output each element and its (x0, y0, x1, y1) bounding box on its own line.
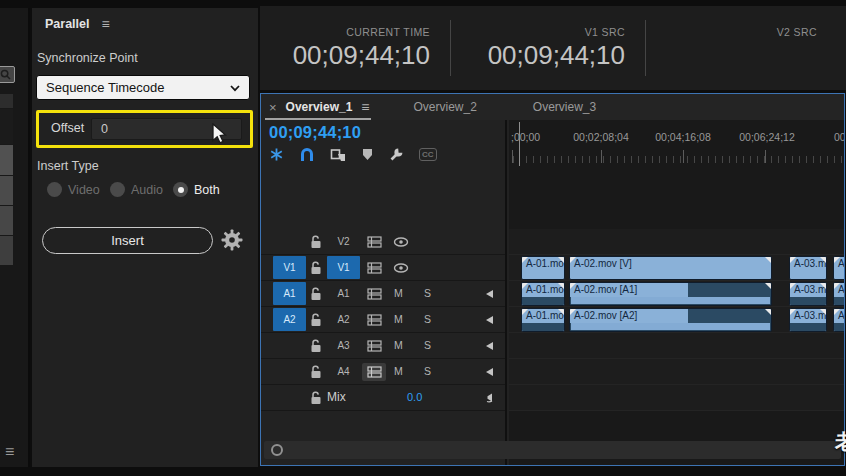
list-item[interactable] (0, 206, 13, 235)
clip[interactable]: A- (833, 282, 845, 306)
panel-menu-icon[interactable]: ≡ (5, 445, 14, 459)
track-name[interactable]: V2 (327, 230, 360, 253)
sync-lock-icon[interactable] (362, 311, 386, 329)
clip[interactable]: A-01.mo (521, 308, 565, 332)
clip-label: A-03.m (790, 283, 827, 295)
lock-icon[interactable] (310, 365, 322, 379)
source-patch-a2[interactable]: A2 (273, 308, 306, 331)
v1-src-label: V1 SRC (585, 26, 625, 38)
clip[interactable]: A-02.mov [A2] (569, 308, 772, 332)
clip[interactable]: A-03.m (789, 308, 827, 332)
scrollbar-zoom-handle[interactable] (271, 444, 283, 456)
clip[interactable]: A-01.mo (521, 282, 565, 306)
timeline-settings-wrench-icon[interactable] (389, 147, 404, 162)
mute-button[interactable]: M (394, 287, 403, 299)
radio-both[interactable]: Both (173, 182, 220, 197)
radio-video-circle[interactable] (47, 182, 62, 197)
track-name[interactable]: A3 (327, 334, 360, 357)
eye-icon[interactable] (393, 263, 409, 273)
insert-button[interactable]: Insert (42, 227, 213, 254)
radio-audio[interactable]: Audio (110, 182, 163, 197)
list-item[interactable] (0, 145, 13, 175)
list-item[interactable] (0, 176, 13, 205)
track-target-v1[interactable]: V1 (327, 256, 360, 279)
ruler-tick-label: 00;04;16;08 (655, 131, 710, 143)
clip[interactable]: A-02.mov [A1] (569, 282, 772, 306)
clip[interactable]: A-03.m (789, 282, 827, 306)
solo-button[interactable]: S (424, 313, 431, 325)
radio-both-label: Both (194, 183, 220, 197)
add-marker-icon[interactable] (361, 148, 374, 161)
sync-lock-icon[interactable] (362, 259, 386, 277)
v2-src-label: V2 SRC (777, 26, 817, 38)
track-row-a4: A4 M S (261, 359, 505, 385)
lock-icon[interactable] (310, 287, 322, 301)
panel-menu-icon[interactable]: ≡ (361, 99, 369, 115)
track-name[interactable]: A4 (327, 360, 360, 383)
ruler-minor-ticks (509, 156, 844, 163)
list-item[interactable] (0, 94, 13, 108)
close-icon[interactable]: × (269, 100, 277, 115)
mute-button[interactable]: M (394, 339, 403, 351)
synchronize-point-select[interactable]: Sequence Timecode (36, 75, 250, 100)
tab-overview-3[interactable]: Overview_3 (533, 100, 596, 114)
offset-label: Offset (51, 121, 84, 135)
sync-lock-icon[interactable] (362, 285, 386, 303)
radio-audio-circle[interactable] (110, 182, 125, 197)
lock-icon[interactable] (310, 391, 322, 405)
radio-both-circle[interactable] (173, 182, 188, 197)
clip-label: A- (834, 257, 845, 269)
source-patch-a1[interactable]: A1 (273, 282, 306, 305)
current-time-label: CURRENT TIME (346, 26, 430, 38)
timeline-panel: × Overview_1 ≡ Overview_2 Overview_3 00;… (260, 93, 845, 466)
lock-icon[interactable] (310, 261, 322, 275)
panel-menu-icon[interactable]: ≡ (101, 16, 109, 32)
eye-icon[interactable] (393, 237, 409, 247)
sync-lock-icon[interactable] (362, 233, 386, 251)
sync-lock-icon[interactable] (362, 363, 386, 381)
clip-label: A- (834, 309, 845, 321)
solo-button[interactable]: S (424, 339, 431, 351)
track-name[interactable]: A2 (327, 308, 360, 331)
search-icon (0, 69, 11, 80)
timeline-ruler[interactable]: ;00;00 00;02;08;04 00;04;16;08 00;06;24;… (509, 120, 844, 168)
lock-icon[interactable] (310, 339, 322, 353)
radio-video[interactable]: Video (47, 182, 100, 197)
mute-button[interactable]: M (394, 313, 403, 325)
track-name[interactable]: A1 (327, 282, 360, 305)
clip[interactable]: A- (833, 308, 845, 332)
source-timecode-bar: CURRENT TIME 00;09;44;10 V1 SRC 00;09;44… (260, 6, 846, 90)
lock-icon[interactable] (310, 313, 322, 327)
tab-overview-1[interactable]: × Overview_1 ≡ (261, 99, 379, 115)
clip[interactable]: A-01.mo (521, 256, 565, 280)
sync-lock-icon[interactable] (362, 337, 386, 355)
mute-button[interactable]: M (394, 365, 403, 377)
timeline-playhead-timecode[interactable]: 00;09;44;10 (269, 123, 361, 142)
lock-icon[interactable] (310, 235, 322, 249)
speaker-icon (486, 316, 493, 324)
clip[interactable]: A- (833, 256, 845, 280)
synchronize-point-label: Synchronize Point (37, 51, 138, 65)
ruler-tick-label: 00;0 (834, 131, 845, 143)
solo-button[interactable]: S (424, 287, 431, 299)
timeline-scrollbar[interactable] (264, 441, 841, 459)
gear-icon[interactable] (220, 228, 244, 252)
timeline-tab-bar: × Overview_1 ≡ Overview_2 Overview_3 (261, 94, 844, 120)
captions-icon[interactable]: CC (419, 148, 437, 161)
list-item[interactable] (0, 109, 13, 144)
snap-magnet-icon[interactable] (299, 147, 315, 162)
mix-level-value[interactable]: 0.0 (407, 391, 422, 403)
search-button[interactable] (0, 66, 15, 83)
linked-selection-icon[interactable] (330, 148, 346, 162)
source-patch-v1[interactable]: V1 (273, 256, 306, 279)
nest-toggle-icon[interactable] (269, 147, 284, 162)
clip[interactable]: A-03.m (789, 256, 827, 280)
sequence-start-marker (519, 122, 520, 166)
clip-label: A-01.mo (522, 283, 565, 295)
clip[interactable]: A-02.mov [V] (569, 256, 772, 280)
solo-button[interactable]: S (424, 365, 431, 377)
tab-overview-2[interactable]: Overview_2 (413, 100, 476, 114)
track-row-a1: A1 A1 M S (261, 281, 505, 307)
list-item[interactable] (0, 236, 13, 265)
left-rail: ≡ (0, 8, 30, 467)
